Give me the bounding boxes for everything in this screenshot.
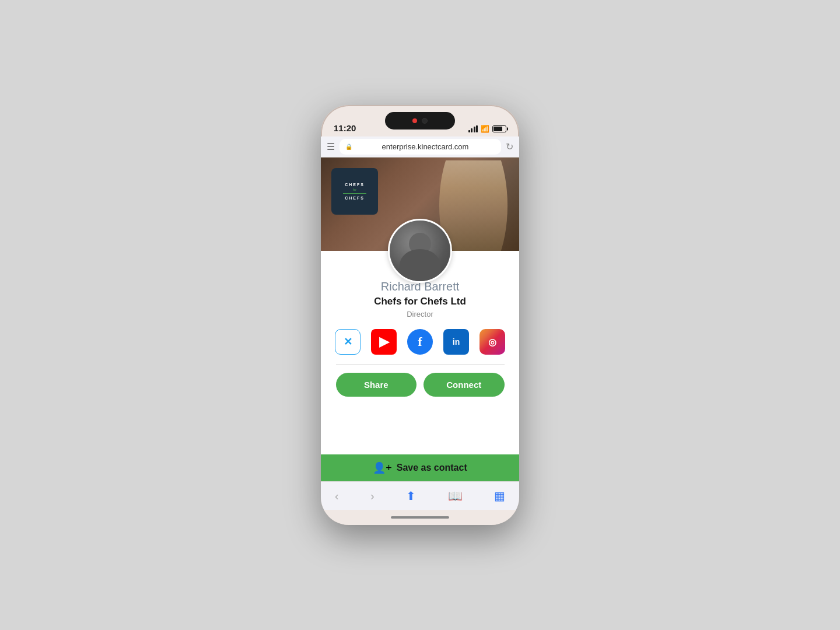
linkedin-icon: in xyxy=(453,337,460,346)
logo-divider xyxy=(343,193,366,194)
tabs-icon[interactable]: ☰ xyxy=(327,141,335,152)
company-logo: CHEFS for CHEFS xyxy=(331,168,378,215)
tabs-button[interactable]: ▦ xyxy=(489,487,510,505)
connect-button[interactable]: Connect xyxy=(424,373,505,397)
forward-button[interactable]: › xyxy=(366,487,379,505)
logo-line2: for xyxy=(353,188,356,191)
home-bar xyxy=(391,516,449,519)
linkedin-button[interactable]: in xyxy=(443,329,469,355)
divider xyxy=(336,364,505,365)
instagram-icon: ◎ xyxy=(488,337,496,348)
youtube-button[interactable]: ▶ xyxy=(371,329,397,355)
signal-icon xyxy=(468,125,478,132)
profile-title: Director xyxy=(407,310,433,318)
twitter-button[interactable]: ✕ xyxy=(335,329,360,355)
url-text: enterprise.kinectcard.com xyxy=(355,142,495,151)
browser-bar: ☰ 🔒 enterprise.kinectcard.com ↻ xyxy=(321,136,519,158)
instagram-button[interactable]: ◎ xyxy=(480,329,505,355)
save-contact-bar[interactable]: 👤+ Save as contact xyxy=(321,454,519,481)
camera xyxy=(422,118,428,124)
back-button[interactable]: ‹ xyxy=(330,487,344,505)
page-content: CHEFS for CHEFS Richard Barrett Chefs fo… xyxy=(321,158,519,481)
profile-section: Richard Barrett Chefs for Chefs Ltd Dire… xyxy=(321,251,519,454)
refresh-icon[interactable]: ↻ xyxy=(506,141,513,152)
browser-nav: ☰ 🔒 enterprise.kinectcard.com ↻ xyxy=(321,136,519,157)
home-indicator xyxy=(321,510,519,525)
bookmarks-button[interactable]: 📖 xyxy=(443,487,467,505)
twitter-icon: ✕ xyxy=(344,335,352,348)
phone-frame: 11:20 📶 ☰ 🔒 enterprise.kinectcard.com ↻ xyxy=(321,105,519,525)
status-time: 11:20 xyxy=(334,123,356,133)
action-buttons: Share Connect xyxy=(336,373,505,397)
youtube-icon: ▶ xyxy=(379,334,389,349)
share-button-bottom[interactable]: ⬆ xyxy=(401,487,421,505)
logo-line1: CHEFS xyxy=(345,182,365,188)
save-contact-label: Save as contact xyxy=(397,463,467,473)
social-icons-row: ✕ ▶ f in ◎ xyxy=(335,329,505,355)
wifi-icon: 📶 xyxy=(481,125,489,133)
share-button[interactable]: Share xyxy=(336,373,417,397)
avatar-image xyxy=(390,220,450,281)
profile-company: Chefs for Chefs Ltd xyxy=(374,296,466,307)
dynamic-island xyxy=(385,112,455,130)
facebook-icon: f xyxy=(418,334,422,349)
status-icons: 📶 xyxy=(468,125,507,133)
browser-bottom-nav: ‹ › ⬆ 📖 ▦ xyxy=(321,481,519,510)
save-contact-icon: 👤+ xyxy=(373,461,392,474)
lock-icon: 🔒 xyxy=(345,144,352,150)
recording-dot xyxy=(412,118,417,123)
facebook-button[interactable]: f xyxy=(407,329,433,355)
logo-line3: CHEFS xyxy=(345,195,365,201)
url-bar[interactable]: 🔒 enterprise.kinectcard.com xyxy=(340,139,501,155)
battery-icon xyxy=(492,125,506,132)
avatar xyxy=(388,219,452,283)
